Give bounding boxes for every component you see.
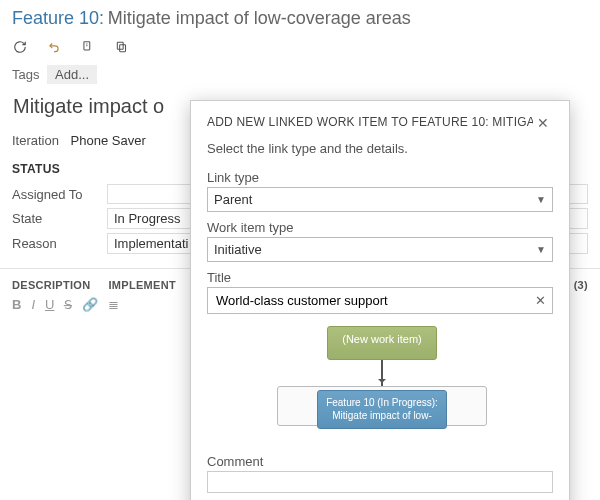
comment-input[interactable]: [207, 471, 553, 493]
svg-rect-2: [117, 42, 123, 49]
list-icon[interactable]: ≣: [108, 297, 119, 312]
refresh-icon[interactable]: [10, 37, 30, 57]
link-type-label: Link type: [207, 170, 553, 185]
title-input-wrapper: ✕: [207, 287, 553, 314]
feature-id: Feature 10:: [12, 8, 104, 28]
comment-label: Comment: [207, 454, 553, 469]
state-label: State: [12, 211, 107, 226]
link-type-value: Parent: [214, 192, 252, 207]
main-toolbar: [0, 33, 600, 61]
tab-description[interactable]: DESCRIPTION: [12, 279, 90, 291]
relationship-diagram: (New work item) Feature 10 (In Progress)…: [207, 326, 553, 446]
close-icon[interactable]: ✕: [533, 115, 553, 131]
work-item-type-value: Initiative: [214, 242, 262, 257]
chevron-down-icon: ▼: [536, 244, 546, 255]
new-item-box: (New work item): [327, 326, 437, 360]
add-tag-button[interactable]: Add...: [47, 65, 97, 84]
link-type-dropdown[interactable]: Parent ▼: [207, 187, 553, 212]
link-icon[interactable]: 🔗: [82, 297, 98, 312]
chevron-down-icon: ▼: [536, 194, 546, 205]
dialog-intro: Select the link type and the details.: [207, 141, 553, 156]
add-linked-item-dialog: ADD NEW LINKED WORK ITEM TO FEATURE 10: …: [190, 100, 570, 500]
copy-icon[interactable]: [112, 37, 132, 57]
strike-icon[interactable]: S̶: [64, 297, 72, 312]
title-label: Title: [207, 270, 553, 285]
assigned-to-label: Assigned To: [12, 187, 107, 202]
underline-icon[interactable]: U: [45, 297, 54, 312]
feature-box: Feature 10 (In Progress): Mitigate impac…: [317, 390, 447, 429]
clear-icon[interactable]: ✕: [535, 293, 546, 308]
undo-icon[interactable]: [44, 37, 64, 57]
attach-icon[interactable]: [78, 37, 98, 57]
italic-icon[interactable]: I: [31, 297, 35, 312]
tags-row: Tags Add...: [0, 61, 600, 88]
tab-implementation[interactable]: IMPLEMENT: [108, 279, 175, 291]
work-item-type-dropdown[interactable]: Initiative ▼: [207, 237, 553, 262]
page-header: Feature 10: Mitigate impact of low-cover…: [0, 0, 600, 33]
work-item-type-label: Work item type: [207, 220, 553, 235]
reason-label: Reason: [12, 236, 107, 251]
iteration-value[interactable]: Phone Saver: [71, 133, 146, 148]
tags-label: Tags: [12, 67, 39, 82]
iteration-label: Iteration: [12, 133, 59, 148]
svg-rect-1: [120, 45, 126, 52]
dialog-title: ADD NEW LINKED WORK ITEM TO FEATURE 10: …: [207, 115, 533, 129]
feature-title: Mitigate impact of low-coverage areas: [108, 8, 411, 28]
title-input[interactable]: [214, 292, 535, 309]
bold-icon[interactable]: B: [12, 297, 21, 312]
arrow-down-icon: [381, 360, 383, 386]
